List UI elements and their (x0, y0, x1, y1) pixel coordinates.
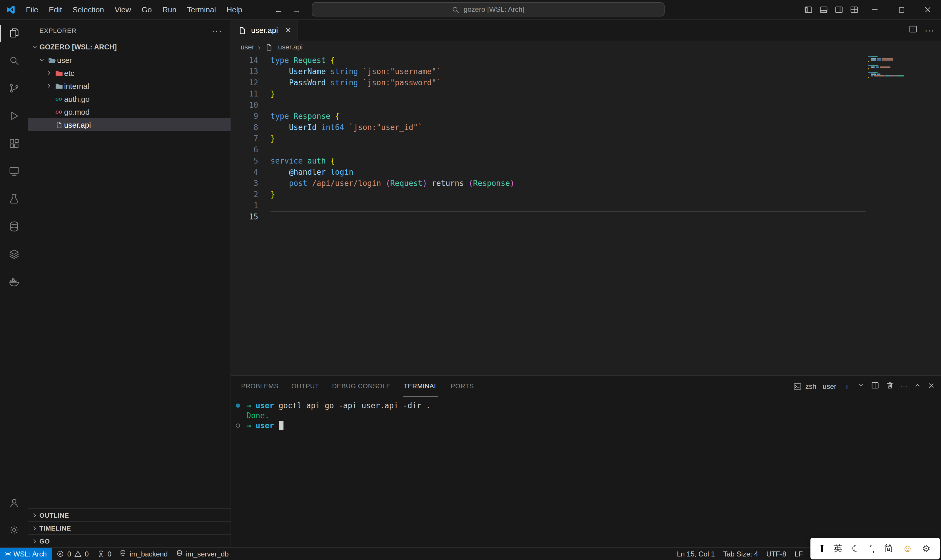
tree-root[interactable]: GOZERO [WSL: ARCH] (28, 41, 231, 54)
menu-terminal[interactable]: Terminal (182, 0, 221, 19)
connection-im-backend[interactable]: im_backend (115, 548, 172, 560)
folder-icon (54, 82, 64, 90)
code-line-7[interactable]: 7} (231, 133, 941, 144)
forward-arrow-icon[interactable]: → (292, 5, 301, 15)
kill-terminal-icon[interactable] (886, 381, 894, 391)
back-arrow-icon[interactable]: ← (274, 5, 283, 15)
activity-search[interactable] (0, 48, 28, 75)
code-editor[interactable]: 14type Request {13 UserName string `json… (231, 54, 941, 375)
emoji-icon[interactable]: ☺ (903, 543, 913, 554)
panel-tab-output[interactable]: OUTPUT (291, 376, 320, 397)
minimap[interactable] (868, 56, 933, 82)
minimize-button[interactable] (862, 0, 888, 19)
close-button[interactable] (915, 0, 941, 19)
toggle-sidebar-icon[interactable] (800, 0, 816, 19)
code-line-13[interactable]: 13 UserName string `json:"username"` (231, 66, 941, 77)
code-line-2[interactable]: 2} (231, 189, 941, 200)
tree-item-auth-go[interactable]: GOauth.go (28, 92, 231, 105)
terminal-dropdown-icon[interactable] (858, 382, 864, 391)
remote-indicator[interactable]: >< WSL: Arch (0, 548, 53, 560)
terminal[interactable]: → user goctl api go -api user.api -dir .… (231, 397, 941, 547)
activity-layers[interactable] (0, 241, 28, 269)
activity-files[interactable] (0, 20, 28, 48)
section-outline[interactable]: OUTLINE (28, 508, 231, 521)
tree-item-internal[interactable]: internal (28, 79, 231, 92)
code-line-15[interactable]: 15 (231, 211, 941, 222)
code-line-10[interactable]: 10 (231, 99, 941, 111)
tree-item-user-api[interactable]: user.api (28, 118, 231, 131)
tree-item-go-mod[interactable]: GOgo.mod (28, 105, 231, 118)
code-line-4[interactable]: 4 @handler login (231, 166, 941, 178)
command-center[interactable]: gozero [WSL: Arch] (312, 2, 664, 17)
gear-icon[interactable]: ⚙ (922, 543, 931, 554)
activity-source-control[interactable] (0, 75, 28, 103)
panel-tab-terminal[interactable]: TERMINAL (403, 376, 438, 397)
cursor-position[interactable]: Ln 15, Col 1 (673, 548, 719, 560)
new-terminal-icon[interactable]: ＋ (843, 383, 851, 389)
ime-punctuation-indicator[interactable]: ’, (870, 543, 875, 554)
moon-icon[interactable]: ☾ (852, 543, 860, 554)
activity-settings[interactable] (0, 517, 28, 545)
menu-help[interactable]: Help (221, 0, 248, 19)
tree-item-etc[interactable]: etc (28, 66, 231, 79)
code-line-14[interactable]: 14type Request { (231, 55, 941, 66)
code-line-8[interactable]: 8 UserId int64 `json:"user_id"` (231, 122, 941, 133)
code-line-3[interactable]: 3 post /api/user/login (Request) returns… (231, 178, 941, 189)
activity-remote-explorer[interactable] (0, 158, 28, 186)
encoding[interactable]: UTF-8 (762, 548, 790, 560)
toggle-secondary-sidebar-icon[interactable] (831, 0, 846, 19)
eol-sequence[interactable]: LF (790, 548, 807, 560)
panel-more-actions-icon[interactable]: ··· (900, 382, 907, 390)
indentation[interactable]: Tab Size: 4 (719, 548, 762, 560)
command-success-decoration[interactable] (236, 403, 240, 408)
tab-user-api[interactable]: user.api ✕ (231, 20, 298, 41)
panel-tab-debug-console[interactable]: DEBUG CONSOLE (331, 376, 391, 397)
section-go[interactable]: GO (28, 534, 231, 547)
ports-indicator[interactable]: 0 (93, 548, 115, 560)
editor-more-actions-icon[interactable]: ··· (924, 25, 934, 35)
tree-item-user[interactable]: user (28, 54, 231, 66)
menu-view[interactable]: View (109, 0, 137, 19)
ime-charset-indicator[interactable]: 简 (884, 543, 893, 554)
activity-extensions[interactable] (0, 131, 28, 158)
activity-testing[interactable] (0, 186, 28, 214)
panel-tab-problems[interactable]: PROBLEMS (241, 376, 279, 397)
problems-indicator[interactable]: 0 0 (53, 548, 93, 560)
command-pending-decoration[interactable] (236, 423, 240, 428)
menu-edit[interactable]: Edit (43, 0, 67, 19)
menu-file[interactable]: File (21, 0, 43, 19)
split-editor-icon[interactable] (909, 25, 918, 36)
menu-go[interactable]: Go (137, 0, 157, 19)
editor-area: user.api ✕ ··· user › user.api (231, 20, 941, 547)
panel-tab-ports[interactable]: PORTS (450, 376, 474, 397)
line-number: 2 (231, 190, 258, 199)
menu-run[interactable]: Run (157, 0, 182, 19)
chevron-right-icon (30, 525, 39, 531)
close-panel-icon[interactable] (927, 382, 935, 391)
activity-account[interactable] (0, 489, 28, 517)
activity-database[interactable] (0, 214, 28, 241)
tab-close-icon[interactable]: ✕ (285, 26, 291, 35)
breadcrumb-folder[interactable]: user (241, 43, 254, 51)
extensions-icon (8, 137, 20, 151)
code-line-6[interactable]: 6 (231, 144, 941, 155)
code-line-9[interactable]: 9type Response { (231, 111, 941, 122)
code-line-11[interactable]: 11} (231, 88, 941, 99)
section-timeline[interactable]: TIMELINE (28, 521, 231, 534)
activity-docker[interactable] (0, 269, 28, 297)
explorer-more-actions-icon[interactable]: ··· (212, 27, 222, 33)
split-terminal-icon[interactable] (871, 381, 879, 391)
terminal-profile-selector[interactable]: zsh - user (794, 382, 836, 390)
breadcrumb-file[interactable]: user.api (278, 43, 303, 51)
code-line-5[interactable]: 5service auth { (231, 155, 941, 166)
connection-im-server-db[interactable]: im_server_db (172, 548, 232, 560)
menu-selection[interactable]: Selection (67, 0, 109, 19)
maximize-panel-icon[interactable] (914, 382, 921, 391)
maximize-button[interactable] (888, 0, 915, 19)
ime-lang-indicator[interactable]: 英 (833, 543, 842, 554)
activity-run-debug[interactable] (0, 103, 28, 131)
code-line-1[interactable]: 1 (231, 200, 941, 211)
customize-layout-icon[interactable] (846, 0, 862, 19)
code-line-12[interactable]: 12 PassWord string `json:"password"` (231, 77, 941, 88)
toggle-panel-icon[interactable] (816, 0, 831, 19)
